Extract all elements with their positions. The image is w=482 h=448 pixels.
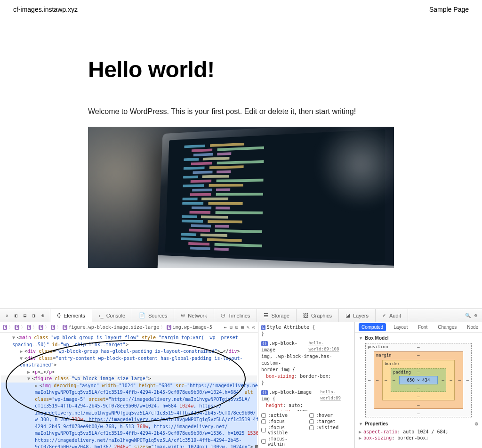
style-source-link[interactable]: hello-world:69:108 xyxy=(308,340,352,353)
comp-tab-computed[interactable]: Computed xyxy=(359,323,386,331)
computed-properties-list[interactable]: ▶aspect-ratio: auto 1024 / 684; ▶box-siz… xyxy=(359,429,478,441)
dock-right-icon[interactable]: ◨ xyxy=(31,312,37,319)
tab-network[interactable]: ⊚Network xyxy=(174,309,214,322)
crumb-tool-icon[interactable]: ⊟ xyxy=(235,325,238,330)
post-title: Hello world! xyxy=(88,57,394,82)
tab-audit[interactable]: ✓Audit xyxy=(376,309,408,322)
comp-tab-changes[interactable]: Changes xyxy=(435,323,459,331)
styles-panel: EStyle Attribute { } {}.wp-block-imagehe… xyxy=(258,322,355,448)
pseudo-focus-within[interactable]: :focus-within xyxy=(261,436,304,447)
pseudo-visited[interactable]: :visited xyxy=(309,424,352,431)
box-model-content-size: 650 × 434 xyxy=(407,378,430,383)
pseudo-hover[interactable]: :hover xyxy=(309,412,352,418)
dock-bottom-icon[interactable]: ⬓ xyxy=(22,312,28,319)
tab-elements[interactable]: ⟨⟩Elements xyxy=(50,309,92,322)
dock-left-icon[interactable]: ◧ xyxy=(13,312,19,319)
comp-tab-layout[interactable]: Layout xyxy=(391,323,410,331)
tab-console[interactable]: ›_Console xyxy=(92,309,132,322)
selected-dom-node[interactable]: ▶<img decoding="async" width="1024" heig… xyxy=(1,383,257,390)
post-body-text: Welcome to WordPress. This is your first… xyxy=(88,106,394,117)
comp-tab-font[interactable]: Font xyxy=(415,323,430,331)
computed-tabbar: Computed Layout Font Changes Node Layers xyxy=(355,322,482,333)
search-icon[interactable]: 🔍 xyxy=(465,313,471,318)
pseudo-focus-visible[interactable]: :focus-visible xyxy=(261,424,304,436)
tab-graphics[interactable]: 🖼Graphics xyxy=(297,309,339,322)
elements-panel: E〉 E〉 E〉 E〉 E〉 Efigure.wp-block-image.si… xyxy=(0,322,258,448)
dom-tree[interactable]: ▼<main class="wp-block-group is-layout-f… xyxy=(0,333,258,448)
post-content: Hello world! Welcome to WordPress. This … xyxy=(88,19,394,268)
dom-breadcrumb[interactable]: E〉 E〉 E〉 E〉 E〉 Efigure.wp-block-image.si… xyxy=(0,322,258,333)
inspect-icon[interactable]: ⊕ xyxy=(40,312,46,319)
crumb-tool-icon[interactable]: ⇤ xyxy=(224,325,227,330)
nav-link-sample-page[interactable]: Sample Page xyxy=(429,6,469,13)
crumb-tool-icon[interactable]: ◴ xyxy=(252,325,255,330)
tab-timelines[interactable]: ◷Timelines xyxy=(214,309,257,322)
close-icon[interactable]: ✕ xyxy=(4,312,10,319)
comp-tab-node[interactable]: Node xyxy=(464,323,481,331)
pseudo-class-toggles: :active :focus :focus-visible :focus-wit… xyxy=(258,411,354,448)
style-source-link[interactable]: hello-world:69 xyxy=(320,389,352,402)
box-model-diagram[interactable]: position – – – – margin – – – – border – xyxy=(365,343,472,417)
tab-sources[interactable]: 📄Sources xyxy=(132,309,174,322)
pseudo-active[interactable]: :active xyxy=(261,412,304,418)
devtools-panel: ✕ ◧ ⬓ ◨ ⊕ ⟨⟩Elements ›_Console 📄Sources … xyxy=(0,309,482,448)
site-header: cf-images.instawp.xyz Sample Page xyxy=(0,0,482,19)
post-featured-image xyxy=(88,127,394,268)
pseudo-focus[interactable]: :focus xyxy=(261,418,304,424)
crumb-tool-icon[interactable]: ✎ xyxy=(247,325,249,330)
devtools-tabbar: ✕ ◧ ⬓ ◨ ⊕ ⟨⟩Elements ›_Console 📄Sources … xyxy=(0,309,482,322)
webpage-viewport: cf-images.instawp.xyz Sample Page Hello … xyxy=(0,0,482,309)
pseudo-target[interactable]: :target xyxy=(309,418,352,424)
tab-layers[interactable]: ◪Layers xyxy=(339,309,376,322)
site-title[interactable]: cf-images.instawp.xyz xyxy=(13,6,78,13)
crumb-tool-icon[interactable]: ⊞ xyxy=(230,325,233,330)
tab-storage[interactable]: ☰Storage xyxy=(257,309,297,322)
settings-icon[interactable]: ⚙ xyxy=(474,313,477,318)
computed-panel: Computed Layout Font Changes Node Layers… xyxy=(355,322,482,448)
crumb-tool-icon[interactable]: ▦ xyxy=(241,325,244,330)
